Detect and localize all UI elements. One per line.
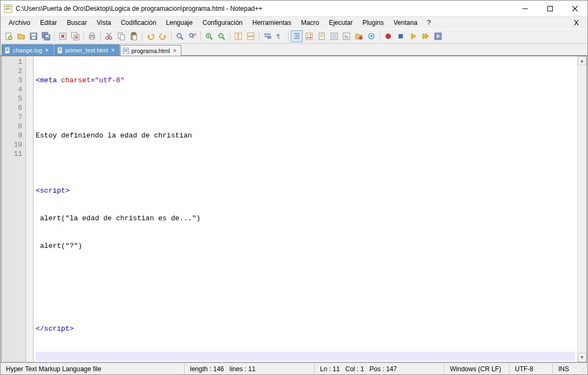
folder-button[interactable]	[353, 30, 365, 42]
copy-button[interactable]	[115, 30, 127, 42]
toolbar-separator	[54, 31, 55, 41]
fold-margin[interactable]	[26, 56, 34, 362]
code-text: >	[69, 325, 74, 333]
tab-change-log[interactable]: change.log ✕	[2, 44, 54, 55]
wordwrap-button[interactable]	[262, 30, 273, 42]
minimize-button[interactable]	[513, 1, 538, 17]
menu-plugins[interactable]: Plugins	[357, 18, 388, 28]
doc-map-button[interactable]	[316, 30, 328, 42]
status-insert-mode[interactable]: INS	[553, 363, 578, 374]
toolbar-separator	[100, 31, 101, 41]
tab-close-icon[interactable]: ✕	[44, 48, 50, 53]
menu-herramientas[interactable]: Herramientas	[247, 18, 296, 28]
code-text: "	[120, 76, 125, 84]
save-button[interactable]	[28, 30, 40, 42]
line-number: 5	[2, 94, 22, 103]
stop-macro-button[interactable]	[395, 30, 407, 42]
menu-help[interactable]: ?	[422, 18, 436, 28]
open-file-button[interactable]	[15, 30, 27, 42]
record-macro-button[interactable]	[382, 30, 394, 42]
line-number: 11	[2, 149, 22, 159]
svg-rect-82	[398, 34, 403, 38]
svg-point-80	[370, 35, 373, 37]
play-multi-button[interactable]	[420, 30, 432, 42]
redo-button[interactable]	[157, 30, 169, 42]
vertical-scrollbar[interactable]: ▲ ▼	[577, 56, 586, 362]
file-icon	[4, 47, 11, 54]
menu-archivo[interactable]: Archivo	[4, 18, 35, 28]
close-file-button[interactable]	[57, 30, 69, 42]
function-list-button[interactable]: fx	[341, 30, 352, 42]
svg-rect-51	[235, 33, 238, 40]
tab-close-icon[interactable]: ✕	[110, 48, 116, 53]
status-position: Ln : 11 Col : 1 Pos : 147	[315, 363, 445, 374]
svg-point-81	[386, 34, 391, 39]
svg-rect-5	[548, 6, 553, 11]
svg-rect-88	[5, 47, 10, 54]
tab-close-icon[interactable]: ✕	[172, 48, 178, 54]
status-encoding[interactable]: UTF-8	[509, 363, 553, 374]
line-number: 10	[2, 140, 22, 149]
code-text: >	[66, 187, 70, 195]
print-button[interactable]	[86, 30, 98, 42]
menu-ventana[interactable]: Ventana	[389, 18, 422, 28]
svg-rect-63	[306, 33, 312, 40]
menu-configuracion[interactable]: Configuración	[198, 18, 247, 28]
status-eol[interactable]: Windows (CR LF)	[445, 363, 509, 374]
svg-marker-83	[411, 34, 416, 39]
close-button[interactable]	[563, 1, 587, 17]
code-text: Estoy definiendo la edad de christian	[36, 131, 192, 140]
svg-rect-68	[319, 33, 324, 40]
menu-ejecutar[interactable]: Ejecutar	[324, 18, 357, 28]
svg-rect-3	[5, 9, 9, 10]
scroll-up-button[interactable]: ▲	[578, 56, 586, 65]
menu-lenguaje[interactable]: Lenguaje	[161, 18, 198, 28]
svg-rect-65	[310, 34, 311, 36]
menu-codificacion[interactable]: Codificación	[116, 18, 161, 28]
close-document-button[interactable]: X	[569, 18, 584, 27]
show-all-chars-button[interactable]: ¶	[274, 30, 286, 42]
tab-label: primer_text.html	[66, 47, 108, 54]
indent-guide-button[interactable]	[291, 30, 303, 42]
save-all-button[interactable]	[40, 30, 52, 42]
tab-programa[interactable]: programa.html ✕	[120, 45, 181, 56]
window-title: C:\Users\Puerta de Oro\Desktop\Logica de…	[16, 5, 513, 12]
cut-button[interactable]	[103, 30, 115, 42]
code-text: </	[36, 325, 44, 333]
play-macro-button[interactable]	[407, 30, 419, 42]
monitor-button[interactable]	[365, 30, 377, 42]
user-lang-button[interactable]	[303, 30, 315, 42]
svg-text:ab: ab	[193, 32, 197, 36]
undo-button[interactable]	[145, 30, 156, 42]
menu-buscar[interactable]: Buscar	[62, 18, 92, 28]
sync-v-button[interactable]	[232, 30, 244, 42]
code-area[interactable]: <meta charset="utf-8" Estoy definiendo l…	[34, 56, 577, 362]
menubar: Archivo Editar Buscar Vista Codificación…	[1, 17, 587, 29]
tab-primer-text[interactable]: primer_text.html ✕	[54, 44, 120, 55]
new-file-button[interactable]	[3, 30, 15, 42]
tab-label: change.log	[13, 47, 42, 54]
svg-point-29	[109, 37, 112, 40]
scroll-down-button[interactable]: ▼	[578, 353, 586, 362]
zoom-in-button[interactable]	[203, 30, 215, 42]
svg-line-40	[181, 37, 183, 40]
svg-rect-13	[31, 34, 36, 36]
doc-list-button[interactable]	[328, 30, 340, 42]
find-button[interactable]	[174, 30, 186, 42]
menu-vista[interactable]: Vista	[92, 18, 116, 28]
menu-editar[interactable]: Editar	[35, 18, 62, 28]
save-macro-button[interactable]	[432, 30, 444, 42]
close-all-button[interactable]	[69, 30, 81, 42]
svg-point-39	[177, 34, 181, 38]
svg-rect-1	[5, 6, 11, 7]
resize-grip[interactable]: ⋰	[578, 366, 587, 372]
tab-label: programa.html	[132, 48, 170, 54]
paste-button[interactable]	[128, 30, 140, 42]
zoom-out-button[interactable]	[215, 30, 227, 42]
sync-h-button[interactable]	[245, 30, 257, 42]
menu-macro[interactable]: Macro	[296, 18, 324, 28]
file-icon	[57, 47, 63, 54]
maximize-button[interactable]	[538, 1, 563, 17]
code-text: charset	[61, 76, 91, 84]
replace-button[interactable]: ab	[186, 30, 198, 42]
